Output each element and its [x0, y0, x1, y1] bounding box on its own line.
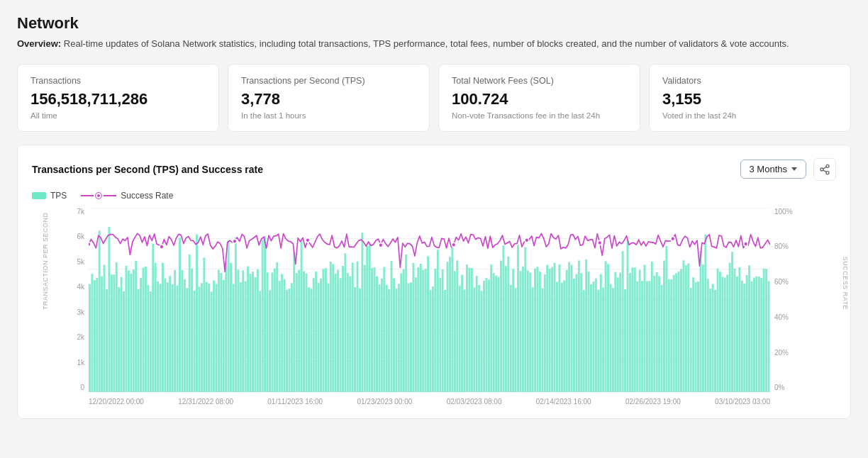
- svg-rect-198: [541, 288, 543, 392]
- chart-legend: TPS Success Rate: [32, 191, 836, 201]
- chart-card: Transactions per Second (TPS) and Succes…: [17, 145, 851, 419]
- svg-rect-177: [490, 264, 492, 391]
- svg-rect-207: [563, 280, 565, 392]
- stat-card: Total Network Fees (SOL) 100.724 Non-vot…: [438, 64, 640, 132]
- svg-rect-183: [505, 266, 507, 392]
- stat-label: Validators: [662, 76, 838, 86]
- svg-rect-100: [303, 271, 305, 391]
- success-legend-label: Success Rate: [121, 191, 173, 201]
- svg-rect-58: [201, 283, 203, 392]
- svg-rect-112: [332, 264, 334, 391]
- svg-rect-252: [673, 274, 675, 391]
- svg-rect-158: [444, 290, 446, 392]
- svg-rect-49: [179, 238, 181, 392]
- chart-controls: 3 Months: [740, 158, 836, 181]
- svg-rect-33: [140, 277, 142, 391]
- x-label: 02/14/2023 16:00: [536, 398, 591, 406]
- svg-rect-71: [232, 284, 234, 392]
- svg-rect-251: [670, 279, 672, 391]
- svg-rect-106: [318, 282, 320, 391]
- svg-rect-110: [327, 283, 329, 391]
- svg-rect-124: [361, 233, 363, 392]
- svg-rect-259: [690, 288, 692, 392]
- svg-rect-56: [196, 234, 198, 392]
- svg-rect-194: [532, 287, 534, 392]
- svg-rect-165: [461, 274, 463, 392]
- svg-rect-247: [661, 284, 663, 391]
- svg-rect-185: [510, 284, 512, 391]
- chart-header: Transactions per Second (TPS) and Succes…: [32, 158, 836, 181]
- svg-point-298: [525, 238, 528, 242]
- stat-card: Transactions 156,518,711,286 All time: [17, 64, 219, 132]
- svg-line-4: [823, 167, 827, 169]
- svg-rect-256: [682, 260, 684, 392]
- stat-sublabel: Voted in the last 24h: [662, 111, 838, 120]
- svg-rect-143: [408, 283, 410, 392]
- svg-rect-59: [203, 257, 205, 392]
- svg-rect-92: [284, 279, 286, 391]
- svg-line-3: [823, 170, 827, 172]
- stat-label: Transactions per Second (TPS): [241, 76, 416, 86]
- svg-rect-31: [135, 260, 137, 391]
- svg-rect-113: [335, 273, 337, 391]
- svg-rect-116: [342, 265, 344, 391]
- svg-rect-145: [412, 262, 414, 391]
- svg-rect-245: [656, 272, 658, 392]
- svg-rect-286: [755, 276, 757, 391]
- svg-rect-279: [738, 267, 740, 391]
- svg-rect-86: [269, 290, 271, 392]
- svg-rect-270: [716, 268, 718, 391]
- svg-rect-85: [267, 272, 269, 392]
- svg-rect-209: [568, 262, 570, 391]
- svg-rect-154: [434, 269, 436, 392]
- svg-rect-119: [349, 276, 351, 391]
- svg-rect-280: [741, 280, 743, 391]
- stat-sublabel: In the last 1 hours: [241, 111, 416, 120]
- svg-rect-48: [177, 285, 179, 391]
- svg-rect-219: [592, 281, 594, 392]
- svg-rect-95: [291, 283, 293, 392]
- svg-rect-184: [507, 256, 509, 391]
- svg-rect-43: [164, 278, 166, 391]
- svg-rect-255: [680, 269, 682, 392]
- svg-rect-44: [167, 282, 169, 392]
- stat-label: Total Network Fees (SOL): [452, 76, 627, 86]
- svg-rect-153: [432, 286, 434, 391]
- svg-rect-136: [391, 261, 393, 392]
- stat-value: 3,155: [662, 90, 838, 108]
- stats-grid: Transactions 156,518,711,286 All time Tr…: [17, 64, 851, 132]
- svg-rect-90: [279, 281, 281, 392]
- svg-rect-220: [595, 278, 597, 391]
- share-button[interactable]: [813, 158, 836, 181]
- svg-rect-257: [685, 265, 687, 392]
- svg-rect-273: [724, 277, 726, 391]
- timeframe-dropdown[interactable]: 3 Months: [740, 160, 806, 179]
- svg-rect-133: [383, 267, 385, 392]
- svg-rect-109: [325, 268, 327, 392]
- svg-rect-129: [374, 267, 376, 391]
- svg-point-295: [306, 238, 309, 242]
- svg-rect-199: [544, 274, 546, 392]
- svg-rect-212: [575, 274, 577, 391]
- svg-rect-182: [502, 245, 504, 392]
- svg-rect-41: [160, 284, 162, 392]
- svg-rect-234: [629, 273, 631, 392]
- svg-rect-51: [184, 279, 186, 391]
- svg-point-297: [452, 242, 455, 247]
- success-legend-line: [81, 193, 116, 199]
- svg-rect-68: [225, 262, 227, 392]
- svg-rect-231: [622, 251, 624, 392]
- svg-rect-197: [539, 272, 541, 392]
- svg-rect-83: [262, 240, 264, 392]
- svg-point-299: [598, 240, 601, 245]
- x-label: 12/20/2022 00:00: [89, 398, 144, 406]
- svg-rect-218: [590, 284, 592, 392]
- svg-rect-195: [534, 268, 536, 391]
- svg-rect-30: [133, 269, 135, 392]
- svg-rect-217: [588, 272, 590, 392]
- svg-rect-269: [714, 289, 716, 391]
- svg-rect-172: [478, 285, 480, 392]
- svg-rect-282: [746, 275, 748, 392]
- y-axis-right-title: SUCCESS RATE: [841, 257, 848, 310]
- svg-rect-47: [174, 269, 176, 391]
